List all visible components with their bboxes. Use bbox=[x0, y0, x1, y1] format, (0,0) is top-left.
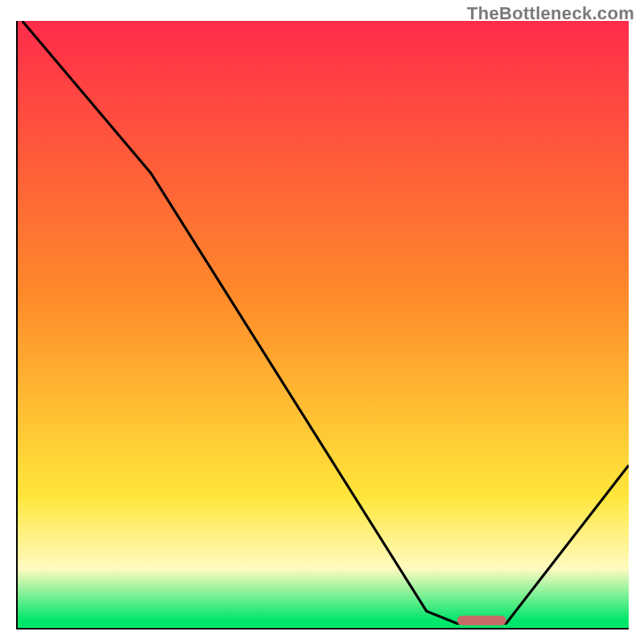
watermark-text: TheBottleneck.com bbox=[467, 3, 634, 24]
optimal-marker bbox=[457, 616, 506, 625]
gradient-background bbox=[16, 21, 629, 630]
bottleneck-chart bbox=[16, 21, 629, 630]
chart-container: TheBottleneck.com bbox=[0, 0, 644, 644]
plot-area bbox=[16, 21, 629, 630]
